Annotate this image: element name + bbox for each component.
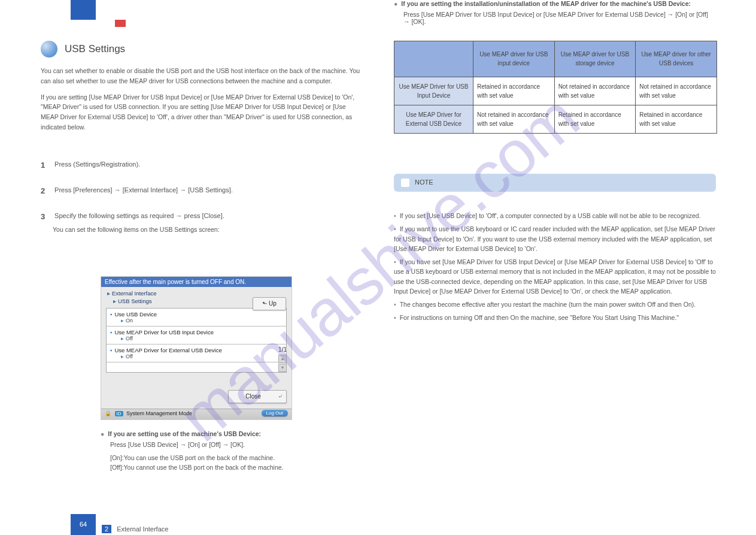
option-off-text: You cannot use the USB port on the back … xyxy=(124,464,284,471)
up-button-label: Up xyxy=(269,300,277,307)
bullet-square-icon: ▪ xyxy=(110,347,112,353)
note-item: For instructions on turning Off and then… xyxy=(394,313,716,322)
row-value: Off xyxy=(126,353,133,359)
id-badge: ID xyxy=(115,411,123,416)
table-cell: Retained in accordance with set value xyxy=(473,77,554,105)
note-title: NOTE xyxy=(415,179,433,186)
list-item-empty xyxy=(107,362,286,372)
table-cell: Not retained in accordance with set valu… xyxy=(636,77,717,105)
step-subtext: You can set the following items on the U… xyxy=(53,225,364,234)
settings-list: ▪Use USB Device ▸On ▪Use MEAP Driver for… xyxy=(106,308,287,373)
options2-heading: If you are setting the installation/unin… xyxy=(401,0,691,7)
options2-subheading: Press [Use MEAP Driver for USB Input Dev… xyxy=(403,11,716,25)
list-item[interactable]: ▪Use USB Device ▸On xyxy=(107,309,286,327)
footer-section-text: External Interface xyxy=(117,525,168,533)
row-label: Use USB Device xyxy=(114,311,157,318)
option-block: ●If you are setting use of the machine's… xyxy=(101,430,364,471)
note-item: If you have set [Use MEAP Driver for USB… xyxy=(394,257,716,296)
chevron-right-icon: ▸ xyxy=(121,318,124,324)
crumb-level1: External Interface xyxy=(112,290,156,297)
chevron-right-icon: ▸ xyxy=(121,335,124,341)
up-button[interactable]: ⬑ Up xyxy=(253,297,286,310)
intro-column: You can set whether to enable or disable… xyxy=(41,66,364,138)
option-label-off: [Off]: xyxy=(110,464,124,471)
driver-table-wrap: Use MEAP driver for USB input device Use… xyxy=(394,41,717,134)
row-value: Off xyxy=(126,335,133,341)
bullet-circle-icon xyxy=(41,41,57,58)
note-body: If you set [Use USB Device] to 'Off', a … xyxy=(394,211,716,327)
chevron-right-icon: ▸ xyxy=(107,290,110,297)
table-cell: Retained in accordance with set value xyxy=(554,105,636,134)
options-heading: If you are setting use of the machine's … xyxy=(108,430,261,437)
bullet-square-icon: ▪ xyxy=(110,329,112,335)
step-text: Press [Preferences] → [External Interfac… xyxy=(54,186,354,194)
th-blank xyxy=(394,41,473,77)
header-red-box xyxy=(115,20,126,27)
steps-list: 1 Press (Settings/Registration). 2 Press… xyxy=(41,161,364,251)
note-item: If you set [Use USB Device] to 'Off', a … xyxy=(394,211,716,220)
table-cell: Not retained in accordance with set valu… xyxy=(473,105,554,134)
logout-button[interactable]: Log Out xyxy=(262,410,288,416)
option-label-on: [On]: xyxy=(110,454,124,461)
section-title: USB Settings xyxy=(65,43,125,55)
row-label: Use MEAP Driver for External USB Device xyxy=(114,347,221,353)
table-cell: Retained in accordance with set value xyxy=(636,105,717,134)
header-square xyxy=(71,0,96,20)
step-number: 2 xyxy=(41,186,53,195)
row-label: Use MEAP Driver for USB Input Device xyxy=(114,329,214,335)
note-box: NOTE xyxy=(394,174,716,192)
option-block-2: ●If you are setting the installation/uni… xyxy=(394,0,716,25)
page-indicator: 1/1 xyxy=(278,346,287,353)
status-mode-text: System Management Mode xyxy=(126,410,192,416)
chevron-right-icon: ▸ xyxy=(113,298,116,304)
crumb-level2: USB Settings xyxy=(118,298,152,304)
step-number: 3 xyxy=(41,212,53,221)
th-storage: Use MEAP driver for USB storage device xyxy=(554,41,636,77)
list-item[interactable]: ▪Use MEAP Driver for External USB Device… xyxy=(107,344,286,362)
scrollbar[interactable]: ▴ ▾ xyxy=(278,355,287,373)
chevron-right-icon: ▸ xyxy=(121,353,124,359)
option-on-text: You can use the USB port on the back of … xyxy=(124,454,275,461)
row-value: On xyxy=(126,318,133,324)
scroll-down-icon[interactable]: ▾ xyxy=(278,364,287,372)
return-icon: ⤶ xyxy=(278,391,283,403)
intro-paragraph: You can set whether to enable or disable… xyxy=(41,66,364,86)
bullet-square-icon: ▪ xyxy=(110,311,112,318)
row2-header: Use MEAP Driver for External USB Device xyxy=(394,105,473,134)
note-icon xyxy=(401,179,409,187)
footer-tab-badge: 2 xyxy=(102,525,111,533)
note-item: If you want to use the USB keyboard or I… xyxy=(394,224,716,253)
step-text: Press (Settings/Registration). xyxy=(54,161,354,168)
up-arrow-icon: ⬑ xyxy=(262,300,267,307)
driver-table: Use MEAP driver for USB input device Use… xyxy=(394,41,717,134)
status-bar: 🔒 ID System Management Mode Log Out xyxy=(101,409,292,419)
bullet-icon: ● xyxy=(101,430,104,437)
close-button[interactable]: Close⤶ xyxy=(228,390,287,403)
step-number: 1 xyxy=(41,161,53,170)
list-item[interactable]: ▪Use MEAP Driver for USB Input Device ▸O… xyxy=(107,327,286,344)
lock-icon: 🔒 xyxy=(105,410,111,416)
usb-settings-panel: Effective after the main power is turned… xyxy=(101,276,292,420)
scroll-up-icon[interactable]: ▴ xyxy=(278,355,287,363)
note-item: The changes become effective after you r… xyxy=(394,300,716,309)
th-input: Use MEAP driver for USB input device xyxy=(473,41,554,77)
table-cell: Not retained in accordance with set valu… xyxy=(554,77,636,105)
options-subheading: Press [Use USB Device] → [On] or [Off] →… xyxy=(110,441,364,448)
footer-page-box: 64 xyxy=(71,514,96,535)
close-button-label: Close xyxy=(245,393,261,400)
row1-header: Use MEAP Driver for USB Input Device xyxy=(394,77,473,105)
th-other: Use MEAP driver for other USB devices xyxy=(636,41,717,77)
intro-note: If you are setting [Use MEAP Driver for … xyxy=(41,92,364,132)
bullet-icon: ● xyxy=(394,0,397,7)
step-text: Specify the following settings as requir… xyxy=(54,212,354,219)
panel-banner: Effective after the main power is turned… xyxy=(101,277,292,287)
